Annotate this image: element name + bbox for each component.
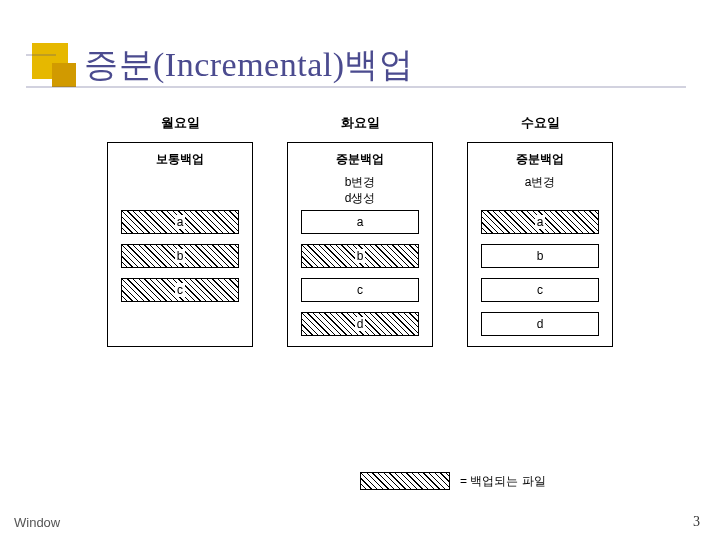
day-label: 수요일 <box>467 114 613 132</box>
legend-swatch-icon <box>360 472 450 490</box>
change-label: d생성 <box>288 190 432 206</box>
day-column-wed: 증분백업 a변경 a b c d <box>467 142 613 347</box>
columns-row: 보통백업 a b c 증분백업 b변경 d생성 a b c d 증분백업 a변경 <box>104 142 616 347</box>
files-area: a b c d <box>288 210 432 336</box>
title-rule-short <box>26 54 56 56</box>
slide-title-area: 증분(Incremental)백업 <box>32 42 414 88</box>
backup-type-label: 보통백업 <box>108 151 252 168</box>
file-box: c <box>301 278 419 302</box>
page-number: 3 <box>693 514 700 530</box>
change-label <box>468 190 612 206</box>
slide-title: 증분(Incremental)백업 <box>84 42 414 88</box>
file-box: d <box>301 312 419 336</box>
file-box: c <box>481 278 599 302</box>
file-name: c <box>537 283 543 297</box>
file-name: c <box>357 283 363 297</box>
change-label: b변경 <box>288 174 432 190</box>
file-name: a <box>535 215 546 229</box>
files-area: a b c <box>108 210 252 302</box>
change-label <box>108 190 252 206</box>
day-column-mon: 보통백업 a b c <box>107 142 253 347</box>
file-box: d <box>481 312 599 336</box>
file-name: a <box>357 215 364 229</box>
file-box: a <box>121 210 239 234</box>
title-rule <box>26 86 686 88</box>
legend: = 백업되는 파일 <box>360 472 546 490</box>
backup-diagram: 월요일 화요일 수요일 보통백업 a b c 증분백업 b변경 d생성 a b … <box>104 114 616 347</box>
footer-left-text: Window <box>14 515 60 530</box>
file-name: a <box>175 215 186 229</box>
file-box: b <box>301 244 419 268</box>
title-bullet-icon <box>32 43 76 87</box>
file-name: b <box>537 249 544 263</box>
file-box: c <box>121 278 239 302</box>
file-box: a <box>301 210 419 234</box>
file-box: a <box>481 210 599 234</box>
day-labels-row: 월요일 화요일 수요일 <box>104 114 616 132</box>
file-name: b <box>175 249 186 263</box>
backup-type-label: 증분백업 <box>468 151 612 168</box>
day-column-tue: 증분백업 b변경 d생성 a b c d <box>287 142 433 347</box>
change-label <box>108 174 252 190</box>
legend-text: = 백업되는 파일 <box>460 473 546 490</box>
file-name: d <box>355 317 366 331</box>
change-label: a변경 <box>468 174 612 190</box>
file-box: b <box>121 244 239 268</box>
file-name: b <box>355 249 366 263</box>
day-label: 월요일 <box>107 114 253 132</box>
file-name: c <box>175 283 185 297</box>
files-area: a b c d <box>468 210 612 336</box>
file-name: d <box>537 317 544 331</box>
day-label: 화요일 <box>287 114 433 132</box>
file-box: b <box>481 244 599 268</box>
backup-type-label: 증분백업 <box>288 151 432 168</box>
